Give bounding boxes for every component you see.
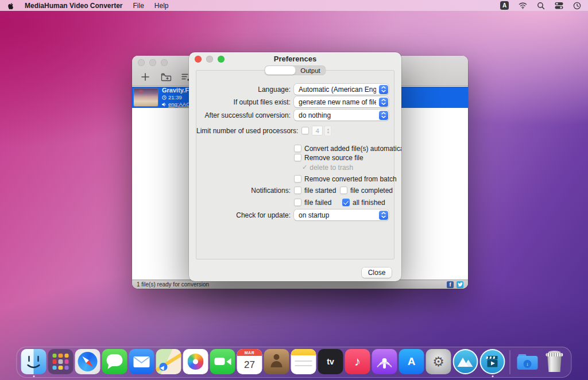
spotlight-search-icon[interactable] xyxy=(537,2,545,10)
dock-downloads[interactable]: ↓ xyxy=(515,348,540,377)
dock-system-preferences[interactable]: ⚙ xyxy=(426,348,451,377)
processors-stepper[interactable]: ▲▼ xyxy=(324,126,331,136)
all-finished-checkbox[interactable] xyxy=(342,199,350,206)
after-conversion-dropdown[interactable]: do nothing xyxy=(294,110,389,121)
convert-auto-option[interactable]: Convert added file(s) automatically xyxy=(294,145,401,153)
minimize-window-button[interactable] xyxy=(149,59,156,66)
add-folder-button[interactable] xyxy=(160,71,172,83)
input-source-icon[interactable]: A xyxy=(500,1,509,10)
popup-arrows-icon xyxy=(379,211,388,220)
close-window-button[interactable] xyxy=(138,59,145,66)
dock: MAR 27 tv ♪ A ⚙ xyxy=(17,347,572,378)
remove-batch-checkbox[interactable] xyxy=(294,175,301,183)
dock-safari[interactable] xyxy=(75,348,100,377)
limit-processors-checkbox[interactable] xyxy=(301,127,309,134)
calendar-day: 27 xyxy=(237,356,262,374)
preferences-tabs: Output xyxy=(265,65,326,75)
dock-music[interactable]: ♪ xyxy=(345,348,370,377)
language-dropdown[interactable]: Automatic (American English) xyxy=(294,84,389,95)
dialog-title: Preferences xyxy=(189,55,401,63)
check-update-dropdown[interactable]: on startup xyxy=(294,210,389,220)
menu-app-name[interactable]: MediaHuman Video Converter xyxy=(25,2,122,10)
dock-calendar[interactable]: MAR 27 xyxy=(237,348,262,377)
dock-separator xyxy=(510,350,510,374)
clock-icon[interactable] xyxy=(573,2,581,10)
status-text: 1 file(s) ready for conversion xyxy=(137,281,209,288)
file-failed-option[interactable]: file failed xyxy=(294,199,342,207)
menu-help[interactable]: Help xyxy=(154,2,169,10)
dock-mediahuman[interactable] xyxy=(453,348,478,377)
popup-arrows-icon xyxy=(379,111,388,120)
gray-check-icon: ✓ xyxy=(302,164,307,171)
dock-messages[interactable] xyxy=(102,348,127,377)
dock-facetime[interactable] xyxy=(210,348,235,377)
facebook-icon[interactable]: f xyxy=(447,281,454,288)
dock-trash[interactable] xyxy=(542,348,567,377)
notifications-label: Notifications: xyxy=(196,187,291,195)
dock-tv[interactable]: tv xyxy=(318,348,343,377)
output-exists-label: If output files exist: xyxy=(196,98,291,106)
control-center-icon[interactable] xyxy=(555,2,563,9)
tab-output[interactable]: Output xyxy=(296,66,326,75)
convert-auto-checkbox[interactable] xyxy=(294,145,301,152)
video-thumbnail xyxy=(134,88,158,106)
download-arrow-icon: ↓ xyxy=(524,360,532,368)
file-completed-checkbox[interactable] xyxy=(340,187,347,194)
file-started-checkbox[interactable] xyxy=(294,187,301,194)
dock-photos[interactable] xyxy=(183,348,208,377)
main-toolbar xyxy=(139,68,193,86)
running-indicator xyxy=(492,375,493,377)
preferences-titlebar[interactable]: Preferences xyxy=(189,52,401,65)
popup-arrows-icon xyxy=(379,85,388,94)
dock-podcasts[interactable] xyxy=(372,348,397,377)
dock-mediahuman-video-converter[interactable] xyxy=(480,348,505,377)
check-update-label: Check for update: xyxy=(196,211,291,219)
add-file-button[interactable] xyxy=(139,71,152,83)
preferences-form: Language: Automatic (American English) I… xyxy=(196,70,394,259)
remove-batch-option[interactable]: Remove converted from batch xyxy=(294,175,397,183)
dock-appstore[interactable]: A xyxy=(399,348,424,377)
desktop: MediaHuman Video Converter File Help A xyxy=(0,0,588,380)
remove-source-option[interactable]: Remove source file xyxy=(294,154,363,162)
dock-finder[interactable] xyxy=(21,348,47,377)
zoom-window-button[interactable] xyxy=(161,59,168,66)
dock-contacts[interactable] xyxy=(264,348,289,377)
menu-file[interactable]: File xyxy=(133,2,144,10)
maps-location-icon xyxy=(160,363,168,371)
file-started-option[interactable]: file started xyxy=(294,187,340,195)
calendar-month: MAR xyxy=(237,349,262,356)
duration-clock-icon xyxy=(162,95,167,100)
limit-processors-label: Limit number of used processors: xyxy=(196,127,298,135)
popup-arrows-icon xyxy=(379,98,388,107)
preferences-dialog: Preferences Output Language: Automatic (… xyxy=(189,52,401,281)
file-failed-checkbox[interactable] xyxy=(294,199,301,206)
twitter-icon[interactable] xyxy=(457,281,463,288)
tab-selected[interactable] xyxy=(265,66,296,75)
dock-maps[interactable] xyxy=(156,348,181,377)
running-indicator xyxy=(33,375,34,377)
processors-value-field[interactable]: 4 xyxy=(312,126,323,135)
wifi-icon[interactable] xyxy=(519,2,527,9)
language-label: Language: xyxy=(196,86,291,94)
menu-bar: MediaHuman Video Converter File Help A xyxy=(0,0,588,11)
remove-source-checkbox[interactable] xyxy=(294,154,301,161)
dock-notes[interactable] xyxy=(291,348,316,377)
dock-launchpad[interactable] xyxy=(48,348,74,377)
file-completed-option[interactable]: file completed xyxy=(340,187,393,195)
dock-mail[interactable] xyxy=(129,348,154,377)
speaker-icon xyxy=(162,102,167,107)
delete-to-trash-option: ✓ delete to trash xyxy=(302,164,353,172)
close-button[interactable]: Close xyxy=(362,267,392,278)
gear-icon: ⚙ xyxy=(426,349,451,374)
all-finished-option[interactable]: all finished xyxy=(342,199,385,207)
apple-menu-icon[interactable] xyxy=(7,1,14,10)
after-conversion-label: After successful conversion: xyxy=(196,111,291,119)
output-exists-dropdown[interactable]: generate new name of file xyxy=(294,96,389,107)
